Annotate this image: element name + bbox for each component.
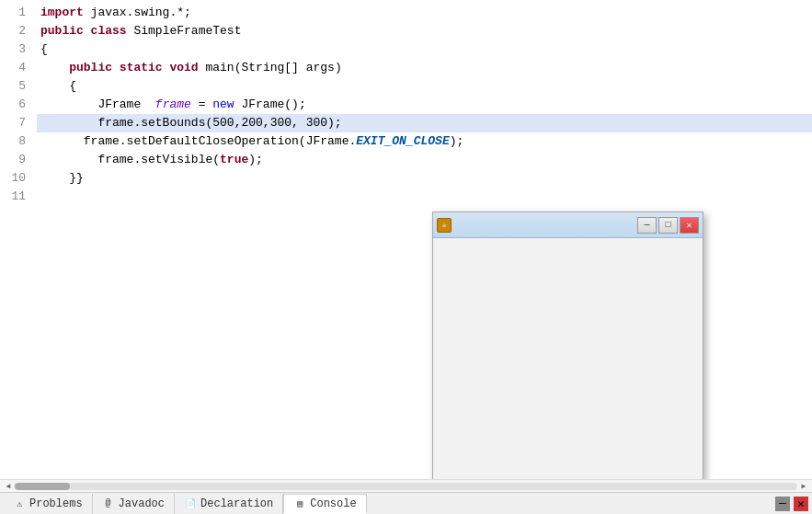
editor-area: 1234567891011 import javax.swing.*;publi… (0, 0, 812, 492)
code-line (37, 188, 812, 206)
jframe-content (433, 238, 703, 479)
bottom-tab-javadoc[interactable]: @Javadoc (93, 494, 175, 514)
declaration-tab-icon: 📄 (184, 497, 197, 510)
jframe-maximize-button[interactable]: □ (658, 217, 678, 234)
scrollbar-thumb[interactable] (15, 483, 70, 490)
bottom-tab-declaration[interactable]: 📄Declaration (175, 494, 283, 514)
code-line: }} (37, 169, 812, 188)
console-tab-label: Console (310, 497, 356, 510)
javadoc-tab-label: Javadoc (119, 497, 165, 510)
bottom-bar-right-controls: —✕ (775, 497, 808, 511)
line-number: 8 (7, 132, 26, 151)
code-line: { (37, 77, 812, 96)
jframe-window: ☕ — □ ✕ (432, 211, 703, 479)
line-number: 3 (7, 40, 26, 59)
line-number: 1 (7, 4, 26, 22)
line-number: 10 (7, 169, 26, 188)
jframe-close-button[interactable]: ✕ (680, 217, 699, 234)
scroll-right-button[interactable]: ▶ (797, 480, 810, 493)
code-line: public class SimpleFrameTest (37, 22, 812, 40)
javadoc-tab-icon: @ (102, 497, 115, 510)
line-number: 9 (7, 151, 26, 169)
code-line: import javax.swing.*; (37, 4, 812, 22)
line-numbers: 1234567891011 (0, 0, 33, 479)
code-line: { (37, 40, 812, 59)
line-number: 2 (7, 22, 26, 40)
declaration-tab-label: Declaration (200, 497, 273, 510)
code-line: frame.setVisible(true); (37, 151, 812, 169)
line-number: 7 (7, 114, 26, 132)
bottom-bar: ⚠Problems@Javadoc📄Declaration▤Console—✕ (0, 492, 812, 514)
problems-tab-label: Problems (29, 497, 83, 510)
jframe-titlebar: ☕ — □ ✕ (433, 212, 703, 238)
close-view-button[interactable]: ✕ (794, 497, 808, 511)
code-container: 1234567891011 import javax.swing.*;publi… (0, 0, 812, 479)
line-number: 6 (7, 96, 26, 114)
code-line: frame.setDefaultCloseOperation(JFrame.EX… (37, 132, 812, 151)
problems-tab-icon: ⚠ (13, 497, 26, 510)
line-number: 11 (7, 188, 26, 206)
minimize-view-button[interactable]: — (775, 497, 790, 511)
jframe-minimize-button[interactable]: — (637, 217, 657, 234)
line-number: 4 (7, 59, 26, 77)
scroll-left-button[interactable]: ◀ (2, 480, 15, 493)
bottom-tab-problems[interactable]: ⚠Problems (4, 494, 93, 514)
bottom-tab-console[interactable]: ▤Console (283, 494, 366, 514)
code-line: JFrame frame = new JFrame(); (37, 96, 812, 114)
java-icon: ☕ (437, 218, 452, 233)
code-line: frame.setBounds(500,200,300, 300); (37, 114, 812, 132)
editor-scrollbar: ◀ ▶ (0, 479, 812, 492)
jframe-window-buttons: — □ ✕ (637, 217, 699, 234)
code-line: public static void main(String[] args) (37, 59, 812, 77)
line-number: 5 (7, 77, 26, 96)
console-tab-icon: ▤ (293, 497, 306, 510)
scrollbar-track[interactable] (15, 483, 797, 490)
